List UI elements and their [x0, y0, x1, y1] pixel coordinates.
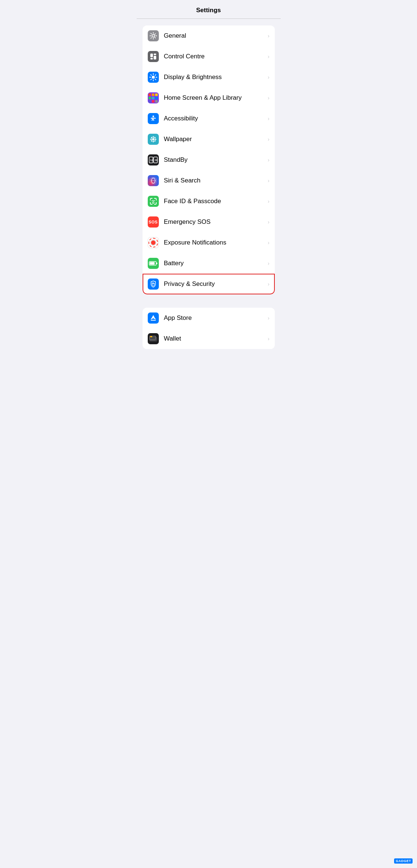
settings-row-battery[interactable]: Battery ›	[143, 253, 275, 274]
standby-icon: 12 :00	[148, 154, 159, 165]
app-store-chevron: ›	[268, 315, 270, 321]
svg-point-15	[152, 138, 154, 140]
display-icon	[148, 72, 159, 83]
svg-point-17	[153, 141, 154, 143]
wallet-label: Wallet	[164, 335, 266, 342]
svg-line-11	[155, 79, 155, 80]
header: Settings	[137, 0, 281, 19]
svg-point-19	[154, 139, 156, 140]
settings-row-exposure[interactable]: Exposure Notifications ›	[143, 232, 275, 253]
svg-text:12: 12	[150, 159, 153, 161]
general-label: General	[164, 32, 266, 40]
emergency-sos-label: Emergency SOS	[164, 218, 266, 226]
svg-point-5	[152, 76, 155, 79]
svg-text::00: :00	[154, 159, 158, 161]
control-centre-chevron: ›	[268, 54, 270, 59]
svg-rect-40	[150, 336, 151, 337]
settings-row-standby[interactable]: 12 :00 StandBy ›	[143, 150, 275, 170]
svg-rect-3	[154, 54, 156, 55]
settings-row-emergency-sos[interactable]: SOS Emergency SOS ›	[143, 212, 275, 232]
svg-line-10	[150, 75, 151, 75]
svg-point-14	[152, 116, 154, 117]
svg-point-22	[154, 137, 155, 139]
app-store-label: App Store	[164, 314, 266, 322]
wallpaper-label: Wallpaper	[164, 136, 266, 143]
main-settings-group: General › Control Centre ›	[143, 25, 275, 294]
settings-row-wallpaper[interactable]: Wallpaper ›	[143, 129, 275, 150]
general-icon	[148, 30, 159, 41]
svg-point-18	[150, 139, 152, 140]
standby-chevron: ›	[268, 157, 270, 163]
siri-label: Siri & Search	[164, 177, 266, 184]
settings-row-display[interactable]: Display & Brightness ›	[143, 67, 275, 88]
home-screen-label: Home Screen & App Library	[164, 94, 266, 102]
settings-row-control-centre[interactable]: Control Centre ›	[143, 46, 275, 67]
privacy-label: Privacy & Security	[164, 280, 266, 288]
privacy-chevron: ›	[268, 281, 270, 287]
svg-point-20	[150, 137, 152, 139]
siri-icon	[148, 175, 159, 186]
svg-rect-35	[150, 262, 154, 265]
svg-line-12	[155, 75, 155, 75]
svg-rect-34	[156, 263, 157, 264]
accessibility-label: Accessibility	[164, 115, 266, 122]
emergency-sos-icon: SOS	[148, 216, 159, 228]
settings-row-app-store[interactable]: App Store ›	[143, 308, 275, 328]
svg-rect-2	[150, 58, 153, 59]
app-store-icon	[148, 312, 159, 324]
svg-point-23	[150, 140, 152, 142]
home-screen-chevron: ›	[268, 95, 270, 101]
control-centre-label: Control Centre	[164, 53, 266, 60]
wallet-chevron: ›	[268, 336, 270, 342]
svg-point-21	[154, 140, 155, 142]
accessibility-icon	[148, 113, 159, 124]
face-id-icon	[148, 196, 159, 207]
privacy-icon	[148, 278, 159, 290]
settings-row-home-screen[interactable]: Home Screen & App Library ›	[143, 88, 275, 108]
second-settings-group: App Store › Wallet ›	[143, 308, 275, 349]
settings-row-general[interactable]: General ›	[143, 25, 275, 46]
wallpaper-icon	[148, 134, 159, 145]
exposure-icon	[148, 237, 159, 248]
exposure-label: Exposure Notifications	[164, 239, 266, 246]
svg-point-16	[153, 136, 154, 138]
settings-row-wallet[interactable]: Wallet ›	[143, 328, 275, 349]
face-id-chevron: ›	[268, 198, 270, 204]
battery-icon	[148, 258, 159, 269]
control-centre-icon	[148, 51, 159, 62]
svg-point-0	[152, 35, 154, 37]
emergency-sos-chevron: ›	[268, 219, 270, 225]
wallpaper-chevron: ›	[268, 136, 270, 142]
battery-chevron: ›	[268, 260, 270, 266]
settings-row-privacy[interactable]: Privacy & Security ›	[143, 274, 275, 294]
settings-row-accessibility[interactable]: Accessibility ›	[143, 108, 275, 129]
svg-rect-1	[150, 54, 153, 57]
standby-label: StandBy	[164, 156, 266, 164]
svg-rect-4	[154, 56, 156, 59]
home-screen-icon	[148, 92, 159, 103]
battery-label: Battery	[164, 260, 266, 267]
accessibility-chevron: ›	[268, 116, 270, 122]
face-id-label: Face ID & Passcode	[164, 198, 266, 205]
siri-chevron: ›	[268, 178, 270, 184]
display-chevron: ›	[268, 74, 270, 80]
settings-row-siri[interactable]: Siri & Search ›	[143, 170, 275, 191]
general-chevron: ›	[268, 33, 270, 39]
exposure-chevron: ›	[268, 240, 270, 246]
wallet-icon	[148, 333, 159, 344]
svg-line-13	[150, 79, 151, 80]
display-label: Display & Brightness	[164, 74, 266, 81]
settings-row-face-id[interactable]: Face ID & Passcode ›	[143, 191, 275, 212]
page-title: Settings	[196, 7, 221, 14]
